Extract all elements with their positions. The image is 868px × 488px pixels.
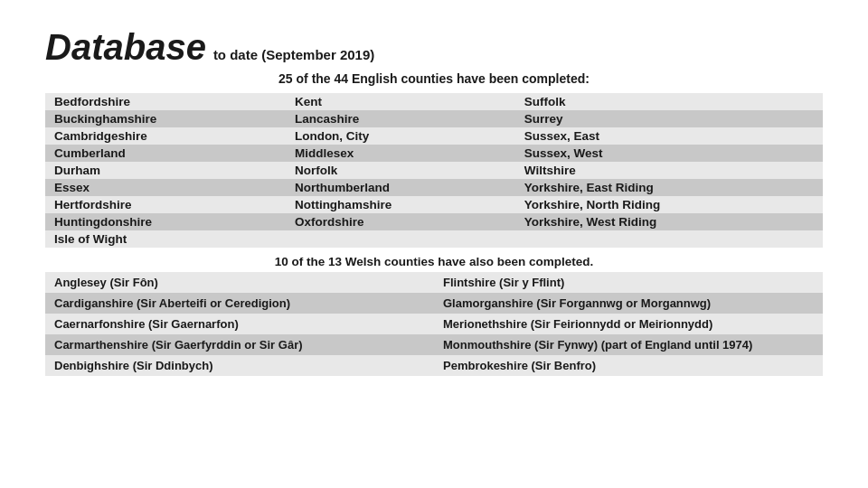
english-county-cell: Hertfordshire xyxy=(45,196,286,213)
welsh-county-cell: Flintshire (Sir y Fflint) xyxy=(434,272,823,293)
welsh-county-cell: Carmarthenshire (Sir Gaerfyrddin or Sir … xyxy=(45,334,434,355)
welsh-county-cell: Cardiganshire (Sir Aberteifi or Ceredigi… xyxy=(45,293,434,314)
english-county-cell: Bedfordshire xyxy=(45,93,286,110)
welsh-note: 10 of the 13 Welsh counties have also be… xyxy=(45,255,823,268)
welsh-county-cell: Pembrokeshire (Sir Benfro) xyxy=(434,355,823,376)
english-county-cell: Yorkshire, North Riding xyxy=(515,196,823,213)
welsh-county-cell: Monmouthshire (Sir Fynwy) (part of Engla… xyxy=(434,334,823,355)
english-county-cell: Suffolk xyxy=(515,93,823,110)
english-county-cell: Nottinghamshire xyxy=(286,196,515,213)
welsh-county-cell: Glamorganshire (Sir Forgannwg or Morgann… xyxy=(434,293,823,314)
english-subtitle: 25 of the 44 English counties have been … xyxy=(45,71,823,86)
english-county-cell: Isle of Wight xyxy=(45,230,286,248)
welsh-counties-table: Anglesey (Sir Fôn)Flintshire (Sir y Ffli… xyxy=(45,272,823,376)
english-counties-table: BedfordshireKentSuffolkBuckinghamshireLa… xyxy=(45,93,823,248)
english-county-cell: Buckinghamshire xyxy=(45,110,286,127)
english-county-cell: Surrey xyxy=(515,110,823,127)
welsh-county-cell: Denbighshire (Sir Ddinbych) xyxy=(45,355,434,376)
english-county-cell: Sussex, East xyxy=(515,127,823,145)
english-county-cell: Cumberland xyxy=(45,145,286,162)
english-county-cell: Essex xyxy=(45,179,286,196)
english-county-cell: Lancashire xyxy=(286,110,515,127)
english-county-cell xyxy=(515,230,823,248)
english-county-cell: Northumberland xyxy=(286,179,515,196)
english-county-cell: Norfolk xyxy=(286,162,515,179)
english-county-cell xyxy=(286,230,515,248)
english-county-cell: Yorkshire, East Riding xyxy=(515,179,823,196)
english-county-cell: Yorkshire, West Riding xyxy=(515,213,823,230)
english-county-cell: Wiltshire xyxy=(515,162,823,179)
english-county-cell: Kent xyxy=(286,93,515,110)
english-county-cell: Cambridgeshire xyxy=(45,127,286,145)
english-county-cell: Huntingdonshire xyxy=(45,213,286,230)
english-county-cell: London, City xyxy=(286,127,515,145)
english-county-cell: Durham xyxy=(45,162,286,179)
english-county-cell: Middlesex xyxy=(286,145,515,162)
page-title-sub: to date (September 2019) xyxy=(213,47,374,62)
welsh-county-cell: Anglesey (Sir Fôn) xyxy=(45,272,434,293)
english-county-cell: Sussex, West xyxy=(515,145,823,162)
english-county-cell: Oxfordshire xyxy=(286,213,515,230)
page-title-main: Database xyxy=(45,27,206,68)
welsh-county-cell: Merionethshire (Sir Feirionnydd or Meiri… xyxy=(434,314,823,334)
welsh-county-cell: Caernarfonshire (Sir Gaernarfon) xyxy=(45,314,434,334)
